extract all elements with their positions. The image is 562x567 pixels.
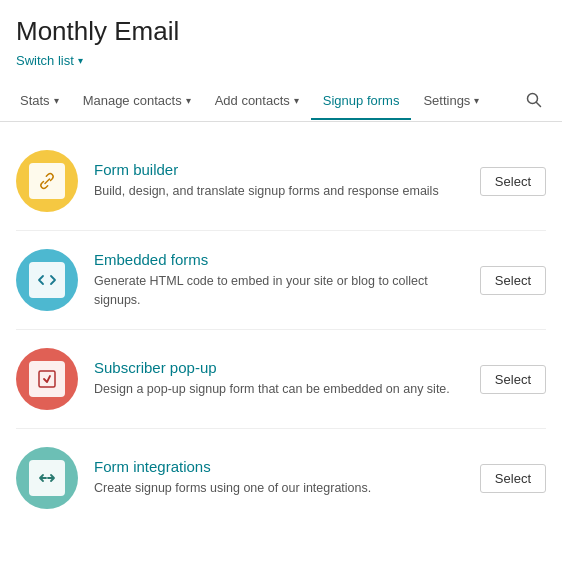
form-builder-icon xyxy=(29,163,65,199)
list-item: Form integrations Create signup forms us… xyxy=(16,429,546,527)
form-builder-info: Form builder Build, design, and translat… xyxy=(94,161,464,201)
subscriber-popup-icon xyxy=(29,361,65,397)
switch-list-button[interactable]: Switch list ▾ xyxy=(16,53,546,68)
navigation-bar: Stats ▾ Manage contacts ▾ Add contacts ▾… xyxy=(0,82,562,122)
nav-item-manage-contacts[interactable]: Manage contacts ▾ xyxy=(71,83,203,120)
form-integrations-icon xyxy=(29,460,65,496)
nav-label-manage-contacts: Manage contacts xyxy=(83,93,182,108)
nav-label-add-contacts: Add contacts xyxy=(215,93,290,108)
nav-label-stats: Stats xyxy=(20,93,50,108)
switch-list-label: Switch list xyxy=(16,53,74,68)
form-integrations-icon-circle xyxy=(16,447,78,509)
nav-item-add-contacts[interactable]: Add contacts ▾ xyxy=(203,83,311,120)
nav-chevron-add-contacts: ▾ xyxy=(294,95,299,106)
nav-item-stats[interactable]: Stats ▾ xyxy=(16,83,71,120)
form-builder-select-button[interactable]: Select xyxy=(480,167,546,196)
form-integrations-desc: Create signup forms using one of our int… xyxy=(94,479,464,498)
subscriber-popup-select-button[interactable]: Select xyxy=(480,365,546,394)
link-icon xyxy=(36,170,58,192)
nav-chevron-settings: ▾ xyxy=(474,95,479,106)
subscriber-popup-icon-circle xyxy=(16,348,78,410)
page-header: Monthly Email Switch list ▾ xyxy=(0,0,562,68)
subscriber-popup-name: Subscriber pop-up xyxy=(94,359,464,376)
forms-list: Form builder Build, design, and translat… xyxy=(0,122,562,537)
subscriber-popup-info: Subscriber pop-up Design a pop-up signup… xyxy=(94,359,464,399)
embedded-forms-info: Embedded forms Generate HTML code to emb… xyxy=(94,251,464,310)
svg-rect-2 xyxy=(39,371,55,387)
list-item: Embedded forms Generate HTML code to emb… xyxy=(16,231,546,330)
embedded-forms-icon-circle xyxy=(16,249,78,311)
form-integrations-name: Form integrations xyxy=(94,458,464,475)
embedded-forms-select-button[interactable]: Select xyxy=(480,266,546,295)
list-item: Form builder Build, design, and translat… xyxy=(16,132,546,231)
switch-list-chevron: ▾ xyxy=(78,55,83,66)
search-button[interactable] xyxy=(522,82,546,121)
embedded-forms-name: Embedded forms xyxy=(94,251,464,268)
search-icon xyxy=(526,92,542,108)
nav-item-signup-forms[interactable]: Signup forms xyxy=(311,83,412,120)
page-title: Monthly Email xyxy=(16,16,546,47)
list-item: Subscriber pop-up Design a pop-up signup… xyxy=(16,330,546,429)
embedded-forms-desc: Generate HTML code to embed in your site… xyxy=(94,272,464,310)
form-integrations-info: Form integrations Create signup forms us… xyxy=(94,458,464,498)
nav-chevron-manage-contacts: ▾ xyxy=(186,95,191,106)
form-builder-icon-circle xyxy=(16,150,78,212)
popup-icon xyxy=(36,368,58,390)
nav-chevron-stats: ▾ xyxy=(54,95,59,106)
form-builder-desc: Build, design, and translate signup form… xyxy=(94,182,464,201)
nav-label-signup-forms: Signup forms xyxy=(323,93,400,108)
nav-item-settings[interactable]: Settings ▾ xyxy=(411,83,491,120)
subscriber-popup-desc: Design a pop-up signup form that can be … xyxy=(94,380,464,399)
svg-line-1 xyxy=(537,103,541,107)
nav-label-settings: Settings xyxy=(423,93,470,108)
embedded-forms-icon xyxy=(29,262,65,298)
form-integrations-select-button[interactable]: Select xyxy=(480,464,546,493)
code-icon xyxy=(36,269,58,291)
integrations-icon xyxy=(36,467,58,489)
form-builder-name: Form builder xyxy=(94,161,464,178)
